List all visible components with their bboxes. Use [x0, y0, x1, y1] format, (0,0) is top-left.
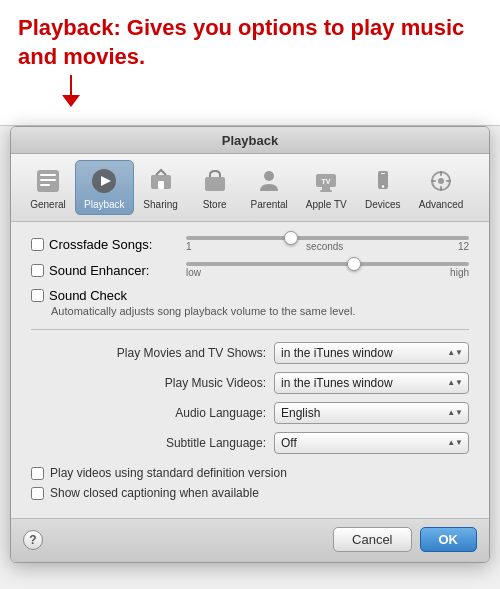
parental-icon: [253, 165, 285, 197]
toolbar-item-store[interactable]: Store: [188, 160, 242, 215]
play-music-videos-wrapper: in the iTunes window in a separate windo…: [274, 372, 469, 394]
toolbar-item-sharing[interactable]: Sharing: [134, 160, 188, 215]
svg-rect-3: [40, 184, 50, 186]
annotation-bold: Playback:: [18, 15, 121, 40]
subtitle-language-row: Subtitle Language: Off English French Sp…: [31, 432, 469, 454]
crossfade-slider[interactable]: [186, 236, 469, 240]
svg-rect-16: [381, 173, 385, 174]
sound-enhancer-slider[interactable]: [186, 262, 469, 266]
toolbar-label-playback: Playback: [84, 199, 125, 210]
crossfade-max: 12: [458, 241, 469, 252]
bottom-bar: ? Cancel OK: [11, 518, 489, 562]
sound-check-description: Automatically adjusts song playback volu…: [51, 305, 469, 317]
sound-enhancer-slider-container: low high: [186, 262, 469, 278]
playback-icon: [88, 165, 120, 197]
toolbar-item-playback[interactable]: Playback: [75, 160, 134, 215]
play-movies-wrapper: in the iTunes window in a separate windo…: [274, 342, 469, 364]
svg-point-9: [264, 171, 274, 181]
svg-rect-21: [431, 180, 436, 182]
toolbar-label-apple-tv: Apple TV: [306, 199, 347, 210]
toolbar-label-general: General: [30, 199, 66, 210]
toolbar-item-devices[interactable]: Devices: [356, 160, 410, 215]
standard-def-row: Play videos using standard definition ve…: [31, 466, 469, 480]
sound-enhancer-label[interactable]: Sound Enhancer:: [31, 263, 186, 278]
subtitle-language-select[interactable]: Off English French Spanish: [274, 432, 469, 454]
closed-captioning-label: Show closed captioning when available: [50, 486, 259, 500]
svg-rect-11: [322, 187, 330, 190]
closed-captioning-row: Show closed captioning when available: [31, 486, 469, 500]
svg-rect-19: [440, 171, 442, 176]
standard-def-checkbox[interactable]: [31, 467, 44, 480]
svg-point-18: [438, 178, 444, 184]
advanced-icon: [425, 165, 457, 197]
crossfade-label[interactable]: Crossfade Songs:: [31, 237, 186, 252]
toolbar-label-store: Store: [203, 199, 227, 210]
sound-check-label[interactable]: Sound Check: [31, 288, 469, 303]
apple-tv-icon: TV: [310, 165, 342, 197]
sharing-icon: [145, 165, 177, 197]
crossfade-text: Crossfade Songs:: [49, 237, 152, 252]
audio-language-label: Audio Language:: [106, 406, 266, 420]
dialog-title: Playback: [222, 133, 278, 148]
play-music-videos-row: Play Music Videos: in the iTunes window …: [31, 372, 469, 394]
annotation-area: Playback: Gives you options to play musi…: [0, 0, 500, 126]
sound-enhancer-max: high: [450, 267, 469, 278]
toolbar-label-sharing: Sharing: [143, 199, 177, 210]
toolbar-item-apple-tv[interactable]: TV Apple TV: [297, 160, 356, 215]
audio-language-row: Audio Language: English French Spanish G…: [31, 402, 469, 424]
subtitle-language-wrapper: Off English French Spanish: [274, 432, 469, 454]
toolbar-label-devices: Devices: [365, 199, 401, 210]
toolbar-item-advanced[interactable]: Advanced: [410, 160, 472, 215]
ok-button[interactable]: OK: [420, 527, 478, 552]
content-area: Crossfade Songs: 1 seconds 12 Sound Enha…: [11, 222, 489, 518]
svg-rect-20: [440, 186, 442, 191]
toolbar-item-general[interactable]: General: [21, 160, 75, 215]
standard-def-label: Play videos using standard definition ve…: [50, 466, 287, 480]
crossfade-slider-labels: 1 seconds 12: [186, 241, 469, 252]
sound-enhancer-row: Sound Enhancer: low high: [31, 262, 469, 278]
bottom-checkboxes: Play videos using standard definition ve…: [31, 466, 469, 500]
button-group: Cancel OK: [333, 527, 477, 552]
divider: [31, 329, 469, 330]
svg-rect-22: [446, 180, 451, 182]
svg-rect-8: [205, 177, 225, 191]
crossfade-slider-container: 1 seconds 12: [186, 236, 469, 252]
crossfade-mid: seconds: [306, 241, 343, 252]
store-icon: [199, 165, 231, 197]
audio-language-wrapper: English French Spanish German: [274, 402, 469, 424]
toolbar-item-parental[interactable]: Parental: [242, 160, 297, 215]
play-movies-label: Play Movies and TV Shows:: [106, 346, 266, 360]
toolbar-label-advanced: Advanced: [419, 199, 463, 210]
cancel-button[interactable]: Cancel: [333, 527, 411, 552]
toolbar: General Playback Sharing: [11, 154, 489, 222]
play-movies-select[interactable]: in the iTunes window in a separate windo…: [274, 342, 469, 364]
devices-icon: [367, 165, 399, 197]
svg-rect-7: [158, 181, 164, 189]
svg-text:TV: TV: [322, 178, 331, 185]
audio-language-select[interactable]: English French Spanish German: [274, 402, 469, 424]
sound-check-checkbox[interactable]: [31, 289, 44, 302]
dialog: Playback General Playback: [10, 126, 490, 563]
sound-check-text: Sound Check: [49, 288, 127, 303]
dropdown-section: Play Movies and TV Shows: in the iTunes …: [31, 342, 469, 454]
play-movies-row: Play Movies and TV Shows: in the iTunes …: [31, 342, 469, 364]
toolbar-label-parental: Parental: [251, 199, 288, 210]
dialog-titlebar: Playback: [11, 127, 489, 154]
help-button[interactable]: ?: [23, 530, 43, 550]
svg-rect-2: [40, 179, 56, 181]
play-music-videos-label: Play Music Videos:: [106, 376, 266, 390]
svg-point-15: [382, 185, 384, 187]
crossfade-checkbox[interactable]: [31, 238, 44, 251]
sound-enhancer-text: Sound Enhancer:: [49, 263, 149, 278]
closed-captioning-checkbox[interactable]: [31, 487, 44, 500]
general-icon: [32, 165, 64, 197]
subtitle-language-label: Subtitle Language:: [106, 436, 266, 450]
sound-enhancer-checkbox[interactable]: [31, 264, 44, 277]
svg-rect-1: [40, 174, 56, 176]
crossfade-row: Crossfade Songs: 1 seconds 12: [31, 236, 469, 252]
sound-enhancer-min: low: [186, 267, 201, 278]
play-music-videos-select[interactable]: in the iTunes window in a separate windo…: [274, 372, 469, 394]
crossfade-min: 1: [186, 241, 192, 252]
annotation-arrow: [18, 75, 482, 107]
svg-rect-12: [320, 190, 332, 192]
